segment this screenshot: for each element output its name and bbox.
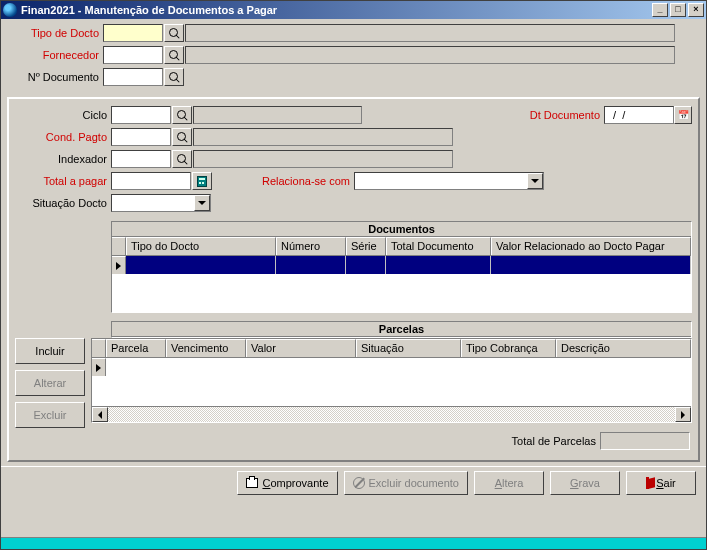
altera-label: Altera xyxy=(495,477,524,489)
total-parcelas-label: Total de Parcelas xyxy=(512,435,596,447)
ciclo-lookup[interactable] xyxy=(172,106,192,124)
situacao-docto-value xyxy=(112,195,194,211)
status-bar xyxy=(1,537,706,549)
documentos-header: Tipo do Docto Número Série Total Documen… xyxy=(112,237,691,256)
search-icon xyxy=(177,110,188,121)
dt-documento-calendar[interactable]: 📅 xyxy=(674,106,692,124)
relaciona-dropdown[interactable] xyxy=(527,173,543,189)
total-parcelas-value xyxy=(600,432,690,450)
maximize-button[interactable]: □ xyxy=(670,3,686,17)
alterar-button[interactable]: Alterar xyxy=(15,370,85,396)
tipo-docto-desc xyxy=(185,24,675,42)
total-pagar-calc[interactable] xyxy=(192,172,212,190)
row-indicator xyxy=(112,256,126,274)
cond-pagto-input[interactable] xyxy=(111,128,171,146)
dt-documento-label: Dt Documento xyxy=(530,109,604,121)
exit-icon xyxy=(646,477,649,489)
minimize-button[interactable]: _ xyxy=(652,3,668,17)
documentos-title: Documentos xyxy=(112,222,691,237)
tipo-docto-lookup[interactable] xyxy=(164,24,184,42)
row-indicator-header xyxy=(112,237,126,255)
current-row-icon xyxy=(116,262,121,270)
search-icon xyxy=(177,154,188,165)
col-descricao[interactable]: Descrição xyxy=(556,339,691,357)
tipo-docto-input[interactable] xyxy=(103,24,163,42)
table-row[interactable] xyxy=(126,256,691,274)
col-serie[interactable]: Série xyxy=(346,237,386,255)
search-icon xyxy=(169,72,180,83)
parcelas-header: Parcela Vencimento Valor Situação Tipo C… xyxy=(92,339,691,358)
search-icon xyxy=(177,132,188,143)
indexador-label: Indexador xyxy=(15,153,111,165)
fornecedor-lookup[interactable] xyxy=(164,46,184,64)
cond-pagto-lookup[interactable] xyxy=(172,128,192,146)
col-tipo-cobranca[interactable]: Tipo Cobrança xyxy=(461,339,556,357)
search-icon xyxy=(169,28,180,39)
incluir-button[interactable]: Incluir xyxy=(15,338,85,364)
dt-documento-input[interactable] xyxy=(604,106,674,124)
window-title: Finan2021 - Manutenção de Documentos a P… xyxy=(21,4,652,16)
ciclo-label: Ciclo xyxy=(15,109,111,121)
calendar-icon: 📅 xyxy=(678,110,689,120)
situacao-docto-dropdown[interactable] xyxy=(194,195,210,211)
row-indicator-header xyxy=(92,339,106,357)
scroll-right-button[interactable] xyxy=(675,407,691,422)
total-pagar-input[interactable] xyxy=(111,172,191,190)
col-situacao[interactable]: Situação xyxy=(356,339,461,357)
fornecedor-label: Fornecedor xyxy=(7,49,103,61)
num-documento-lookup[interactable] xyxy=(164,68,184,86)
relaciona-value xyxy=(355,173,527,189)
col-valor[interactable]: Valor xyxy=(246,339,356,357)
indexador-lookup[interactable] xyxy=(172,150,192,168)
relaciona-combo[interactable] xyxy=(354,172,544,190)
excluir-button[interactable]: Excluir xyxy=(15,402,85,428)
col-valor-relacionado[interactable]: Valor Relacionado ao Docto Pagar xyxy=(491,237,691,255)
parcelas-buttons: Incluir Alterar Excluir xyxy=(15,338,85,428)
scroll-track[interactable] xyxy=(108,407,675,422)
close-button[interactable]: × xyxy=(688,3,704,17)
col-tipo-docto[interactable]: Tipo do Docto xyxy=(126,237,276,255)
sair-label: Sair xyxy=(656,477,676,489)
printer-icon xyxy=(246,478,258,488)
app-icon xyxy=(3,3,17,17)
indexador-input[interactable] xyxy=(111,150,171,168)
col-total-documento[interactable]: Total Documento xyxy=(386,237,491,255)
top-form: Tipo de Docto Fornecedor Nº Documento xyxy=(1,19,706,93)
altera-button[interactable]: Altera xyxy=(474,471,544,495)
chevron-down-icon xyxy=(198,201,206,205)
excluir-documento-button[interactable]: Excluir documento xyxy=(344,471,469,495)
sair-button[interactable]: Sair xyxy=(626,471,696,495)
comprovante-label: omprovante xyxy=(270,477,328,489)
col-parcela[interactable]: Parcela xyxy=(106,339,166,357)
scroll-left-button[interactable] xyxy=(92,407,108,422)
documentos-body[interactable] xyxy=(112,256,691,312)
calculator-icon xyxy=(197,176,207,187)
parcelas-title: Parcelas xyxy=(112,322,691,337)
fornecedor-desc xyxy=(185,46,675,64)
total-parcelas-row: Total de Parcelas xyxy=(15,428,692,454)
search-icon xyxy=(169,50,180,61)
col-vencimento[interactable]: Vencimento xyxy=(166,339,246,357)
num-documento-input[interactable] xyxy=(103,68,163,86)
ciclo-input[interactable] xyxy=(111,106,171,124)
parcelas-hscroll[interactable] xyxy=(92,406,691,422)
grava-button[interactable]: Grava xyxy=(550,471,620,495)
num-documento-label: Nº Documento xyxy=(7,71,103,83)
titlebar: Finan2021 - Manutenção de Documentos a P… xyxy=(1,1,706,19)
parcelas-body[interactable] xyxy=(92,358,691,406)
comprovante-button[interactable]: Comprovante xyxy=(237,471,337,495)
row-indicator xyxy=(92,358,106,376)
situacao-docto-combo[interactable] xyxy=(111,194,211,212)
fornecedor-input[interactable] xyxy=(103,46,163,64)
situacao-docto-label: Situação Docto xyxy=(15,197,111,209)
relaciona-label: Relaciona-se com xyxy=(262,175,354,187)
ciclo-desc xyxy=(193,106,362,124)
excluir-documento-label: Excluir documento xyxy=(369,477,460,489)
arrow-left-icon xyxy=(98,411,102,419)
col-numero[interactable]: Número xyxy=(276,237,346,255)
current-row-icon xyxy=(96,364,101,372)
main-panel: Ciclo Dt Documento 📅 Cond. Pagto Indexad… xyxy=(7,97,700,462)
parcelas-section: Parcelas Incluir Alterar Excluir Parcela xyxy=(15,321,692,428)
forbidden-icon xyxy=(353,477,365,489)
window-frame: Finan2021 - Manutenção de Documentos a P… xyxy=(0,0,707,550)
